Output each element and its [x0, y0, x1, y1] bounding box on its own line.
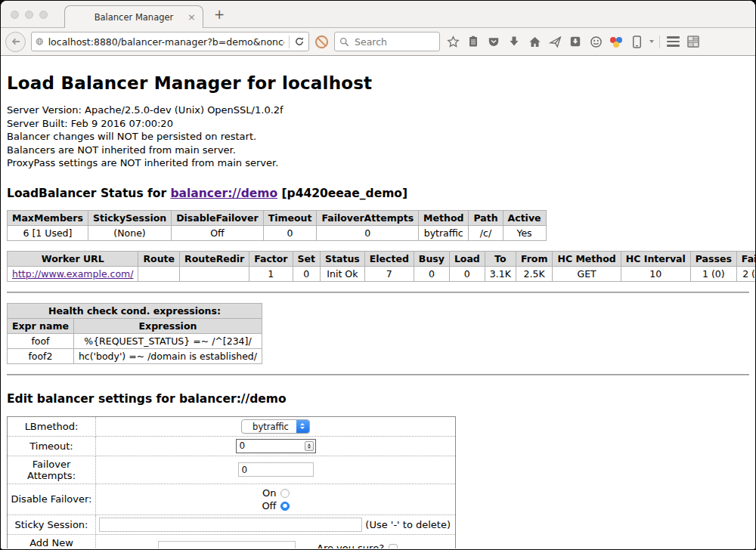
cell: Init Ok — [321, 266, 365, 281]
menu-button[interactable] — [665, 34, 680, 49]
dropdown-caret-icon — [649, 40, 654, 43]
column-header: StickySession — [88, 210, 171, 225]
cell: 1 (0) — [690, 266, 736, 281]
toolbar-overflow-button[interactable] — [649, 40, 654, 43]
column-header: MaxMembers — [8, 210, 88, 225]
status-heading-prefix: LoadBalancer Status for — [7, 187, 170, 200]
downloads-button[interactable] — [507, 34, 522, 49]
column-header: RouteRedir — [180, 251, 249, 266]
cell: 0 — [293, 266, 320, 281]
blocked-extension-button[interactable] — [314, 35, 329, 49]
browser-tab[interactable]: Balancer Manager × — [64, 5, 203, 28]
cell: 0 — [414, 266, 449, 281]
timeout-label: Timeout: — [8, 436, 96, 456]
bookmark-button[interactable] — [445, 34, 460, 49]
form-row: Sticky Session: (Use '-' to delete) — [8, 514, 456, 534]
minimize-window-icon[interactable] — [25, 11, 33, 19]
radio-off[interactable] — [280, 502, 290, 511]
server-info-line: ProxyPass settings are NOT inherited fro… — [7, 156, 749, 170]
table-row: 6 [1 Used] (None) Off 0 0 bytraffic /c/ … — [8, 225, 547, 240]
column-header: Active — [503, 210, 546, 225]
app-grid-button[interactable] — [686, 34, 701, 49]
reload-button[interactable] — [294, 36, 305, 47]
worker-url-link[interactable]: http://www.example.com/ — [12, 268, 133, 280]
health-table-title: Health check cond. expressions: — [8, 303, 262, 318]
number-spinner-icon[interactable] — [305, 441, 314, 451]
table-row: foof %{REQUEST_STATUS} =~ /^[234]/ — [8, 333, 262, 348]
failover-attempts-label: Failover Attempts: — [8, 456, 96, 484]
responsive-mode-button[interactable] — [629, 34, 644, 49]
server-info-line: Server Version: Apache/2.5.0-dev (Unix) … — [7, 104, 749, 117]
save-to-panel-button[interactable] — [568, 34, 583, 49]
failover-attempts-input[interactable] — [238, 462, 314, 477]
worker-url-cell: http://www.example.com/ — [8, 266, 138, 281]
form-row: LBmethod: bytraffic — [8, 416, 456, 436]
nav-toolbar: localhost:8880/balancer-manager?b=demo&n… — [1, 28, 755, 56]
cell: hc('body') =~ /domain is established/ — [73, 348, 262, 363]
pocket-icon — [488, 36, 500, 48]
search-input[interactable] — [353, 36, 421, 48]
page-title: Load Balancer Manager for localhost — [7, 73, 749, 93]
tab-title: Balancer Manager — [94, 12, 174, 23]
url-text[interactable]: localhost:8880/balancer-manager?b=demo&n… — [48, 36, 284, 48]
forget-button[interactable] — [588, 34, 603, 49]
new-tab-button[interactable]: + — [214, 7, 225, 22]
share-button[interactable] — [547, 34, 562, 49]
search-bar[interactable] — [334, 32, 440, 51]
form-row: Disable Failover: On Off — [8, 484, 456, 514]
disable-failover-label: Disable Failover: — [8, 484, 96, 514]
add-worker-input[interactable] — [158, 541, 296, 548]
reading-list-button[interactable] — [466, 34, 481, 49]
column-header: Timeout — [263, 210, 317, 225]
cell: 10 — [621, 266, 690, 281]
radio-on[interactable] — [280, 489, 290, 498]
send-icon — [549, 36, 562, 48]
column-header: Factor — [249, 251, 293, 266]
table-header-row: Worker URL Route RouteRedir Factor Set S… — [8, 251, 756, 266]
add-worker-label: Add New Worker: — [8, 534, 96, 548]
sticky-value-cell: (Use '-' to delete) — [96, 514, 456, 534]
forget-smiley-icon — [590, 36, 603, 48]
back-button[interactable] — [5, 32, 26, 52]
failover-value-cell — [96, 456, 456, 484]
url-bar[interactable]: localhost:8880/balancer-manager?b=demo&n… — [31, 32, 309, 51]
window-controls[interactable] — [11, 11, 48, 19]
cell: Off — [172, 225, 263, 240]
app-grid-icon — [686, 35, 700, 48]
form-row: Timeout: — [8, 436, 456, 456]
cell: 2.5K — [516, 266, 553, 281]
column-header: Method — [419, 210, 469, 225]
globe-icon — [36, 36, 44, 47]
column-header: Status — [321, 251, 365, 266]
cell: 3.1K — [485, 266, 516, 281]
pocket-button[interactable] — [486, 34, 501, 49]
table-header-row: MaxMembers StickySession DisableFailover… — [8, 210, 547, 225]
cell: (None) — [88, 225, 171, 240]
color-dots-icon — [610, 36, 622, 48]
balancer-link[interactable]: balancer://demo — [170, 187, 277, 200]
status-heading-suffix: [p4420eeae_demo] — [277, 187, 407, 200]
home-button[interactable] — [527, 34, 542, 49]
lbmethod-value-cell: bytraffic — [96, 416, 456, 436]
extension-colors-button[interactable] — [609, 34, 624, 49]
confirm-checkbox[interactable] — [389, 544, 398, 548]
sticky-session-input[interactable] — [99, 518, 362, 532]
cell: bytraffic — [419, 225, 469, 240]
column-header: Path — [469, 210, 503, 225]
confirm-label: Are you sure? — [317, 542, 384, 548]
column-header: Expression — [73, 318, 262, 333]
column-header: Route — [138, 251, 180, 266]
timeout-input[interactable] — [236, 439, 316, 453]
tab-close-icon[interactable]: × — [187, 11, 196, 23]
back-icon — [10, 36, 22, 48]
column-header: FailoverAttempts — [317, 210, 419, 225]
urlbar-divider — [289, 36, 290, 48]
column-header: Elected — [364, 251, 414, 266]
cell: foof — [8, 333, 74, 348]
cell: Yes — [503, 225, 546, 240]
close-window-icon[interactable] — [11, 11, 19, 19]
cell: %{REQUEST_STATUS} =~ /^[234]/ — [73, 333, 262, 348]
zoom-window-icon[interactable] — [39, 11, 48, 19]
lbmethod-select[interactable]: bytraffic — [241, 419, 310, 434]
radio-off-label: Off — [262, 500, 276, 511]
